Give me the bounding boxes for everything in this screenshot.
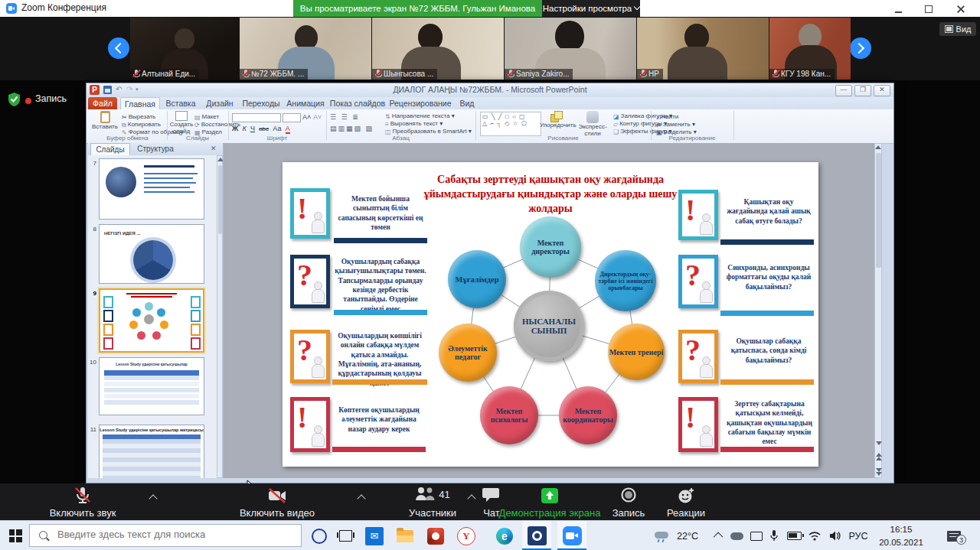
slides-pane-tab[interactable]: Слайды [90,143,130,155]
slide-thumbnail-8[interactable]: НЕГІЗГІ ИДЕЯ ... [99,224,204,284]
strikethrough-button[interactable]: abc [259,125,269,132]
underline-bar [720,447,814,452]
language-indicator[interactable]: РУС [845,521,871,550]
text-direction-button[interactable]: ⇅Направление текста ▾ [385,112,455,120]
ppt-restore-button[interactable]: ❐ [854,85,871,96]
grow-font-button[interactable]: A˄ [302,113,311,121]
tab-file[interactable]: Файл [88,97,117,109]
align-text-button[interactable]: ≡Выровнять текст ▾ [385,120,443,128]
cut-button[interactable]: ✂Вырезать [122,113,155,121]
action-center-button[interactable]: 3 [940,521,968,550]
display-device-icon[interactable] [747,521,766,550]
arrange-button[interactable]: Упорядочить [540,111,573,129]
tab-home[interactable]: Главная [120,97,160,109]
video-tile[interactable]: Шынгысова ... [372,18,504,80]
video-tile[interactable]: Saniya Zakiro... [505,18,636,80]
office-app-icon[interactable] [423,521,449,550]
current-slide[interactable]: Сабақты зерттеуді қашықтан оқу жағдайынд… [283,162,818,467]
slide-scrollbar[interactable] [874,143,882,478]
next-videos-arrow[interactable] [850,37,871,59]
tab-transitions[interactable]: Переходы [240,97,283,109]
wifi-icon[interactable] [805,521,824,550]
alignment-buttons[interactable]: ▤▥▦▧ ▨ [330,125,374,132]
slide-thumbnail-11[interactable]: Lesson Study үдерісіне қатысушылар матри… [99,425,204,478]
yandex-browser-icon[interactable]: Y [453,521,479,550]
start-button[interactable] [5,521,26,550]
zoom-taskbar-icon[interactable] [557,521,586,550]
volume-icon[interactable] [825,521,844,550]
taskbar-search[interactable] [29,524,302,547]
font-size-select[interactable] [283,113,301,122]
ppt-minimize-button[interactable]: — [835,85,852,96]
muted-mic-icon [772,70,779,78]
shrink-font-button[interactable]: A˅ [313,113,322,121]
restore-button[interactable] [919,2,939,15]
tab-animation[interactable]: Анимация [284,97,327,109]
search-input[interactable] [56,528,289,541]
temperature-label[interactable]: 22°C [672,521,703,550]
slide-thumbnail-9-selected[interactable] [99,288,204,353]
replace-button[interactable]: ⇄Заменить ▾ [656,121,695,129]
chevron-down-icon [634,4,640,10]
tray-expand-chevron[interactable] [710,521,727,550]
video-tile[interactable]: КГУ 198 Кан... [769,18,851,80]
edge-browser-icon[interactable]: e [492,521,518,550]
layout-button[interactable]: ▤Макет [194,113,219,121]
tray-mic-icon[interactable] [766,521,782,550]
clock[interactable]: 16:15 20.05.2021 [873,521,929,550]
font-color-button[interactable]: А [286,125,290,134]
ppt-close-button[interactable]: ✕ [874,85,890,96]
outline-pane-tab[interactable]: Структура [132,143,179,155]
tab-design[interactable]: Дизайн [201,97,238,109]
next-slide-button[interactable] [876,468,882,476]
underline-bar [332,379,427,385]
tab-view[interactable]: Вид [454,97,480,109]
close-button[interactable] [951,2,971,15]
start-video-button[interactable]: Включить видео [201,487,354,519]
cortana-button[interactable] [308,521,331,550]
record-icon [620,487,637,503]
tab-insert[interactable]: Вставка [162,97,200,109]
prev-videos-arrow[interactable] [108,37,129,59]
italic-button[interactable]: К [242,125,246,132]
reactions-button[interactable]: Реакции [660,487,712,519]
participants-icon [415,487,435,502]
video-tile[interactable]: Алтынай Еди... [130,18,239,80]
list-buttons[interactable]: ☰ ☰ ≣ [330,113,360,121]
powerpoint-taskbar-icon[interactable] [522,521,551,550]
minimize-button[interactable] [888,2,908,15]
tab-slideshow[interactable]: Показ слайдов [328,97,387,109]
ppt-titlebar: P ↶ ↷ ▾ ДИАЛОГ АЛАҢЫ №72ЖББМ. - Microsof… [87,83,893,97]
unmute-button[interactable]: Включить звук [8,487,158,519]
onedrive-icon[interactable] [727,521,746,550]
pane-close-icon[interactable]: ✕ [211,145,217,152]
view-settings-button[interactable]: Настройки просмотра [542,0,640,17]
record-button[interactable]: Запись [603,487,654,519]
weather-icon[interactable] [652,521,671,550]
tab-review[interactable]: Рецензирование [388,97,452,109]
video-tile[interactable]: №72 ЖББМ. ... [240,18,371,80]
share-screen-button[interactable]: Демонстрация экрана [502,487,597,519]
underline-button[interactable]: Ч [250,125,255,132]
pane-scrollbar[interactable] [217,155,223,478]
quick-styles-button[interactable]: Экспресс-стили [575,111,610,138]
clipboard-group-label: Буфер обмена [88,135,167,142]
new-slide-button[interactable]: Создать слайд [169,111,194,135]
paste-button[interactable]: Вставить [91,111,119,131]
mail-app-icon[interactable]: ✉ [361,521,387,550]
slide-thumbnail-7[interactable] [99,158,204,220]
bold-button[interactable]: Ж [232,125,238,132]
windows-taskbar: ✉ Y e [0,520,980,550]
previous-slide-button[interactable] [876,453,882,461]
task-view-button[interactable] [334,521,357,550]
video-tile[interactable]: НР [637,18,769,80]
slide-thumbnail-10[interactable]: Lesson Study үдерісіне қатысушылар [99,357,204,415]
battery-icon[interactable] [784,521,804,550]
participants-button[interactable]: 41 Участники [394,487,471,519]
shapes-gallery[interactable]: ▭ ╲ ╱ □ ○ ▢△ ⌐ ┐ ◇ ☆ ⬠ [480,112,541,136]
file-explorer-icon[interactable] [392,521,418,550]
view-button[interactable]: Вид [939,22,976,36]
change-case-button[interactable]: Аа [273,125,281,132]
video-options-chevron[interactable] [357,494,365,503]
font-name-select[interactable] [232,113,281,122]
